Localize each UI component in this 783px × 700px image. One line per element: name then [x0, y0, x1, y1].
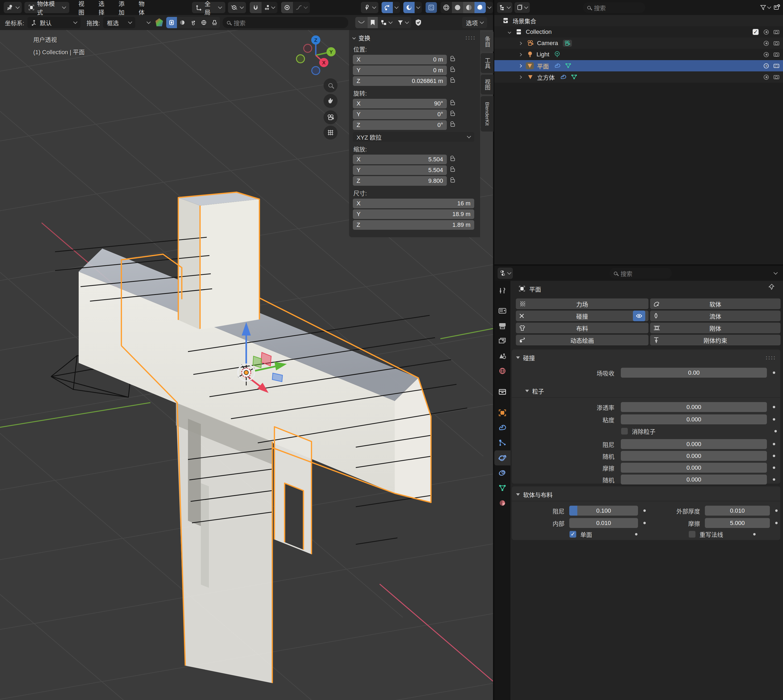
camera-expand-caret[interactable] [519, 42, 522, 45]
shading-rendered-button[interactable] [474, 2, 486, 13]
location-y-field[interactable]: Y0 m [353, 65, 447, 75]
toggle-world-button[interactable] [199, 17, 209, 28]
outliner-row-collection[interactable]: Collection ✓ [494, 26, 783, 38]
collision-button[interactable]: 碰撞 [516, 310, 648, 321]
rotation-x-field[interactable]: X90° [353, 99, 447, 108]
lock-rotation-x-icon[interactable] [451, 102, 455, 105]
single-sided-keyframe-dot[interactable] [635, 533, 638, 535]
damping-keyframe-dot[interactable] [773, 443, 775, 445]
filter-dropdown[interactable] [395, 17, 411, 28]
single-sided-checkbox[interactable]: ✓ [569, 531, 576, 538]
absorption-field[interactable]: 0.00 [621, 368, 767, 378]
tab-view-layer[interactable] [494, 333, 511, 348]
toggle-fluid-button[interactable] [188, 17, 199, 28]
coord-system-dropdown[interactable]: 默认 [27, 17, 80, 28]
options-dropdown[interactable]: 选项 [462, 17, 487, 28]
menu-add[interactable]: 添加 [114, 0, 134, 16]
tab-particles[interactable] [494, 435, 511, 450]
permeability-keyframe-dot[interactable] [773, 406, 775, 408]
lock-rotation-z-icon[interactable] [451, 123, 455, 127]
collision-collapse-caret[interactable] [516, 357, 520, 359]
cube-data-icon[interactable] [571, 74, 577, 80]
show-gizmo-dropdown[interactable] [361, 2, 378, 13]
sb-friction-keyframe-dot[interactable] [775, 522, 778, 524]
xray-dropdown[interactable] [415, 7, 422, 8]
particle-subheader[interactable]: 粒子 [525, 387, 544, 395]
cube-hide-viewport-icon[interactable] [764, 75, 769, 80]
damping-random-field[interactable]: 0.000 [621, 451, 767, 461]
show-overlays-toggle[interactable] [382, 2, 393, 13]
cube-disable-render-icon[interactable] [774, 75, 779, 79]
xray-toggle[interactable] [403, 2, 415, 13]
pivot-point-dropdown[interactable] [228, 2, 246, 13]
sb-inner-field[interactable]: 0.010 [569, 518, 638, 528]
plane-hide-viewport-icon[interactable] [764, 63, 769, 68]
outliner-filter-mode-dropdown[interactable] [514, 2, 530, 13]
dimensions-y-field[interactable]: Y18.9 m [353, 209, 474, 219]
force-field-button[interactable]: 力场 [516, 298, 648, 309]
lock-scale-y-icon[interactable] [451, 168, 455, 172]
lock-scale-z-icon[interactable] [451, 179, 455, 183]
dimensions-z-field[interactable]: Z1.89 m [353, 220, 474, 230]
light-data-icon[interactable] [554, 51, 560, 58]
panel-drag-handle[interactable]: :::: [465, 35, 476, 41]
plane-expand-caret[interactable] [519, 64, 522, 68]
shading-dropdown[interactable] [486, 7, 493, 8]
sb-inner-keyframe-dot[interactable] [643, 522, 646, 524]
transform-collapse-caret[interactable] [352, 36, 356, 40]
outliner-display-mode-dropdown[interactable] [497, 2, 513, 13]
tab-scene[interactable] [494, 348, 511, 363]
tab-physics[interactable] [494, 450, 511, 465]
sidetab-blenderkit[interactable]: BlenderKit [481, 96, 494, 132]
toggle-perspective-button[interactable] [324, 126, 337, 140]
transform-orientation-dropdown[interactable]: 全局 [192, 2, 225, 13]
plane-data-icon[interactable] [565, 63, 571, 69]
snap-target-dropdown[interactable] [262, 5, 277, 10]
rotation-mode-dropdown[interactable]: XYZ 欧拉 [353, 132, 474, 142]
menu-select[interactable]: 选择 [94, 0, 114, 16]
light-disable-render-icon[interactable] [774, 53, 779, 57]
dynamic-paint-button[interactable]: 动态绘画 [516, 335, 648, 345]
tab-modifiers[interactable] [494, 420, 511, 435]
proportional-editing-toggle[interactable] [281, 2, 293, 13]
tab-output[interactable] [494, 318, 511, 333]
soft-body-button[interactable]: 软体 [650, 298, 781, 309]
outliner-row-light[interactable]: Light [494, 49, 783, 60]
cube-expand-caret[interactable] [519, 75, 522, 79]
tab-object[interactable] [494, 405, 511, 420]
fluid-button[interactable]: 流体 [650, 310, 781, 321]
editor-type-button[interactable] [4, 2, 22, 13]
permeability-field[interactable]: 0.000 [621, 402, 767, 412]
damping-random-keyframe-dot[interactable] [773, 455, 775, 457]
collection-disable-render-icon[interactable] [774, 30, 779, 34]
friction-random-keyframe-dot[interactable] [773, 478, 775, 481]
scale-y-field[interactable]: Y5.504 [353, 165, 447, 175]
tab-collection-props[interactable] [494, 384, 511, 399]
region-toggle[interactable] [426, 2, 437, 13]
lock-location-z-icon[interactable] [451, 80, 455, 83]
softbody-collapse-caret[interactable] [516, 493, 520, 496]
friction-random-field[interactable]: 0.000 [621, 475, 767, 485]
override-normals-checkbox[interactable] [688, 531, 696, 538]
lock-scale-x-icon[interactable] [451, 158, 455, 161]
cloth-button[interactable]: 布料 [516, 323, 648, 333]
sb-outer-field[interactable]: 0.010 [705, 506, 770, 516]
kill-particles-checkbox[interactable] [621, 428, 628, 435]
shading-material-button[interactable] [463, 2, 474, 13]
zoom-button[interactable] [324, 78, 337, 92]
collision-drag-handle[interactable]: :::: [766, 355, 776, 361]
light-expand-caret[interactable] [519, 53, 522, 57]
toggle-stamp-button[interactable] [209, 17, 220, 28]
toggle-sphere-button[interactable] [177, 17, 188, 28]
collection-hide-viewport-icon[interactable] [764, 30, 769, 35]
override-normals-keyframe-dot[interactable] [753, 533, 756, 535]
camera-data-badge[interactable] [563, 40, 572, 47]
tab-world[interactable] [494, 363, 511, 378]
outliner-row-camera[interactable]: Camera [494, 38, 783, 49]
sb-damping-keyframe-dot[interactable] [643, 510, 646, 512]
location-x-field[interactable]: X0 m [353, 55, 447, 64]
lock-location-x-icon[interactable] [451, 58, 455, 61]
tool-search-input[interactable]: 搜索 [223, 17, 348, 28]
falloff-gem-icon[interactable] [155, 18, 164, 27]
tool-options-chevron[interactable] [147, 20, 151, 24]
